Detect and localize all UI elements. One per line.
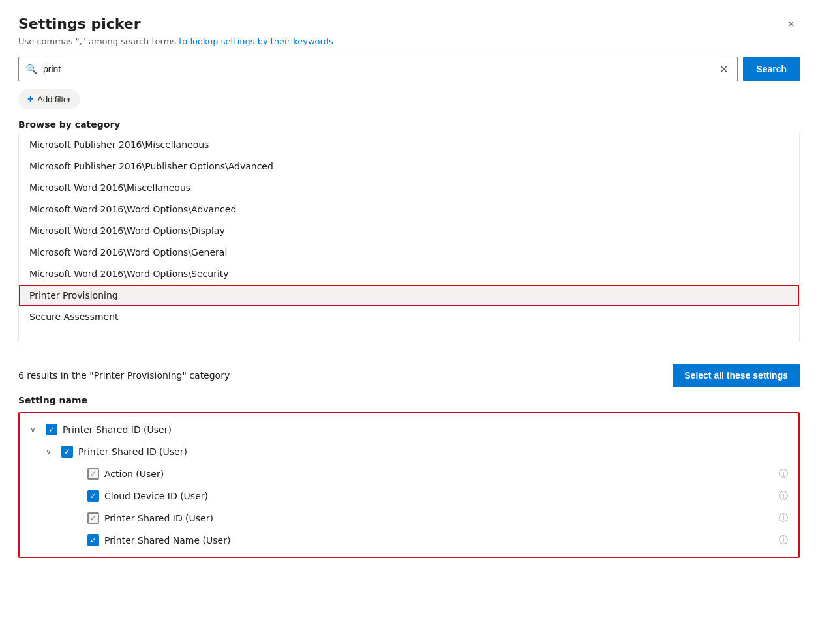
setting-label: Action (User) <box>104 469 774 479</box>
plus-icon: + <box>27 93 33 105</box>
browse-item[interactable]: Microsoft Publisher 2016\Publisher Optio… <box>19 156 799 177</box>
search-input[interactable] <box>43 64 717 74</box>
setting-label: Cloud Device ID (User) <box>104 491 774 501</box>
chevron-icon[interactable]: ∨ <box>30 425 40 434</box>
results-header: 6 results in the "Printer Provisioning" … <box>18 364 800 387</box>
add-filter-button[interactable]: + Add filter <box>18 89 80 109</box>
dialog-header: Settings picker × <box>18 16 800 33</box>
setting-row: ∨Printer Shared ID (User) <box>20 418 798 441</box>
setting-label: Printer Shared ID (User) <box>104 513 774 523</box>
results-count: 6 results in the "Printer Provisioning" … <box>18 370 230 381</box>
section-divider <box>18 353 800 353</box>
setting-label: Printer Shared ID (User) <box>63 424 788 435</box>
browse-item[interactable]: Secure Assessment <box>19 306 799 328</box>
browse-item[interactable]: Microsoft Word 2016\Word Options\Display <box>19 220 799 242</box>
setting-name-label: Setting name <box>18 395 800 405</box>
setting-label: Printer Shared ID (User) <box>78 446 788 457</box>
browse-list: Microsoft Publisher 2016\MiscellaneousMi… <box>18 134 800 342</box>
clear-search-button[interactable]: ✕ <box>717 63 731 76</box>
browse-item[interactable]: Printer Provisioning <box>19 285 799 306</box>
setting-checkbox[interactable] <box>87 534 99 546</box>
browse-item[interactable]: Microsoft Word 2016\Word Options\General <box>19 242 799 263</box>
search-icon: 🔍 <box>25 63 38 75</box>
browse-by-category-title: Browse by category <box>18 119 800 130</box>
dialog-title: Settings picker <box>18 16 141 32</box>
browse-item[interactable]: Microsoft Word 2016\Miscellaneous <box>19 177 799 199</box>
browse-item[interactable]: Microsoft Word 2016\Word Options\Advance… <box>19 199 799 220</box>
dialog-subtitle: Use commas "," among search terms to loo… <box>18 37 800 46</box>
add-filter-label: Add filter <box>37 95 70 104</box>
setting-checkbox[interactable] <box>87 468 99 480</box>
setting-row: Printer Shared ID (User)ⓘ <box>20 507 798 529</box>
setting-checkbox[interactable] <box>87 512 99 524</box>
search-input-wrap: 🔍 ✕ <box>18 57 738 81</box>
chevron-icon[interactable]: ∨ <box>46 447 56 456</box>
select-all-button[interactable]: Select all these settings <box>673 364 800 387</box>
setting-row: Cloud Device ID (User)ⓘ <box>20 485 798 507</box>
results-count-text: 6 results in the "Printer Provisioning" … <box>18 370 230 381</box>
close-button[interactable]: × <box>782 16 800 33</box>
info-icon[interactable]: ⓘ <box>779 512 788 524</box>
browse-item[interactable]: Microsoft Word 2016\Word Options\Securit… <box>19 263 799 285</box>
setting-checkbox[interactable] <box>46 424 57 435</box>
info-icon[interactable]: ⓘ <box>779 534 788 546</box>
setting-row: Printer Shared Name (User)ⓘ <box>20 529 798 551</box>
settings-list: ∨Printer Shared ID (User)∨Printer Shared… <box>18 412 800 558</box>
search-button[interactable]: Search <box>743 57 800 81</box>
browse-items-container: Microsoft Publisher 2016\MiscellaneousMi… <box>19 134 799 328</box>
setting-checkbox[interactable] <box>87 490 99 502</box>
setting-checkbox[interactable] <box>61 446 73 458</box>
setting-row: ∨Printer Shared ID (User) <box>20 441 798 463</box>
search-row: 🔍 ✕ Search <box>18 57 800 81</box>
setting-label: Printer Shared Name (User) <box>104 535 774 546</box>
setting-row: Action (User)ⓘ <box>20 463 798 485</box>
browse-item[interactable]: Microsoft Publisher 2016\Miscellaneous <box>19 134 799 156</box>
info-icon[interactable]: ⓘ <box>779 468 788 480</box>
info-icon[interactable]: ⓘ <box>779 490 788 502</box>
settings-picker-dialog: Settings picker × Use commas "," among s… <box>0 0 818 644</box>
subtitle-link[interactable]: to lookup settings by their keywords <box>179 37 333 46</box>
